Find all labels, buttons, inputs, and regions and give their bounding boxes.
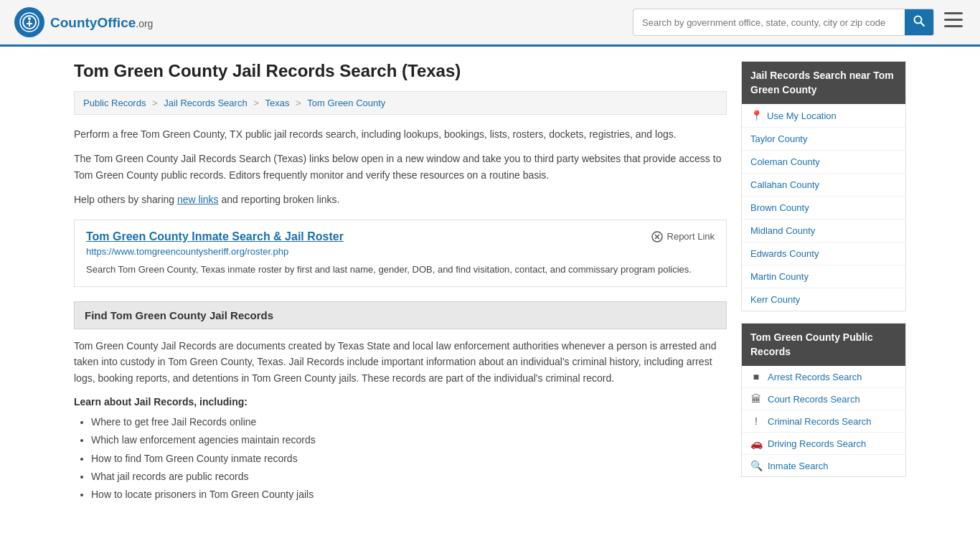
pr-icon: 🚗 <box>750 438 762 449</box>
nearby-counties-list: Taylor CountyColeman CountyCallahan Coun… <box>742 128 905 311</box>
nearby-county-link[interactable]: Callahan County <box>750 179 819 190</box>
breadcrumb-sep-1: > <box>152 98 160 108</box>
nearby-county-link[interactable]: Brown County <box>750 202 809 213</box>
public-record-item[interactable]: 🏛Court Records Search <box>742 388 905 410</box>
public-record-item[interactable]: 🚗Driving Records Search <box>742 433 905 455</box>
sidebar: Jail Records Search near Tom Green Count… <box>741 61 906 504</box>
learn-list: Where to get free Jail Records onlineWhi… <box>74 413 727 504</box>
nearby-county-link[interactable]: Midland County <box>750 225 815 236</box>
public-record-link[interactable]: Criminal Records Search <box>768 416 872 427</box>
find-records-paragraph: Tom Green County Jail Records are docume… <box>74 338 727 386</box>
find-records-header: Find Tom Green County Jail Records <box>74 301 727 329</box>
breadcrumb-texas[interactable]: Texas <box>265 98 289 108</box>
public-record-item[interactable]: ■Arrest Records Search <box>742 366 905 388</box>
nearby-section: Jail Records Search near Tom Green Count… <box>741 61 906 311</box>
header: CountyOffice.org <box>0 0 980 47</box>
search-button[interactable] <box>905 9 933 35</box>
nearby-county-link[interactable]: Kerr County <box>750 294 800 305</box>
nearby-county-item[interactable]: Callahan County <box>742 174 905 197</box>
logo-icon <box>14 7 44 37</box>
nearby-county-item[interactable]: Edwards County <box>742 242 905 265</box>
nearby-county-link[interactable]: Edwards County <box>750 248 819 259</box>
use-location-link[interactable]: Use My Location <box>767 110 837 121</box>
logo-text: CountyOffice.org <box>50 14 153 31</box>
report-link[interactable]: Report Link <box>651 230 715 243</box>
learn-heading: Learn about Jail Records, including: <box>74 396 727 408</box>
new-links-link[interactable]: new links <box>177 194 219 205</box>
content-area: Tom Green County Jail Records Search (Te… <box>74 61 727 504</box>
pr-icon: 🔍 <box>750 460 762 471</box>
nearby-county-link[interactable]: Taylor County <box>750 133 807 144</box>
public-record-item[interactable]: 🔍Inmate Search <box>742 455 905 476</box>
breadcrumb-jail-records[interactable]: Jail Records Search <box>164 98 247 108</box>
pr-icon: ■ <box>750 371 762 382</box>
breadcrumb-sep-2: > <box>253 98 261 108</box>
result-url[interactable]: https://www.tomgreencountysheriff.org/ro… <box>86 246 715 257</box>
public-records-header: Tom Green County Public Records <box>742 324 905 366</box>
location-icon: 📍 <box>750 110 763 121</box>
learn-list-item: Where to get free Jail Records online <box>91 413 727 431</box>
nearby-county-link[interactable]: Martin County <box>750 271 809 282</box>
result-card: Tom Green County Inmate Search & Jail Ro… <box>74 220 727 288</box>
svg-rect-7 <box>944 12 963 14</box>
public-records-section: Tom Green County Public Records ■Arrest … <box>741 323 906 477</box>
pr-icon: ! <box>750 415 762 427</box>
search-bar <box>633 9 934 36</box>
svg-rect-9 <box>944 25 963 27</box>
learn-list-item: What jail records are public records <box>91 468 727 486</box>
public-record-link[interactable]: Driving Records Search <box>768 438 866 449</box>
learn-list-item: How to find Tom Green County inmate reco… <box>91 450 727 468</box>
public-records-list: ■Arrest Records Search🏛Court Records Sea… <box>742 366 905 476</box>
description-3: Help others by sharing new links and rep… <box>74 192 727 207</box>
report-link-label: Report Link <box>667 231 715 242</box>
result-card-header: Tom Green County Inmate Search & Jail Ro… <box>86 230 715 243</box>
breadcrumb-public-records[interactable]: Public Records <box>83 98 146 108</box>
nearby-county-link[interactable]: Coleman County <box>750 156 820 167</box>
public-record-item[interactable]: !Criminal Records Search <box>742 410 905 433</box>
logo-area: CountyOffice.org <box>14 7 153 37</box>
svg-rect-8 <box>944 19 963 21</box>
nearby-county-item[interactable]: Coleman County <box>742 151 905 174</box>
public-record-link[interactable]: Inmate Search <box>768 461 829 471</box>
svg-point-2 <box>28 17 31 20</box>
breadcrumb: Public Records > Jail Records Search > T… <box>74 91 727 115</box>
public-record-link[interactable]: Arrest Records Search <box>768 372 862 382</box>
main-container: Tom Green County Jail Records Search (Te… <box>60 47 920 518</box>
nearby-header: Jail Records Search near Tom Green Count… <box>742 62 905 104</box>
breadcrumb-tom-green[interactable]: Tom Green County <box>307 98 385 108</box>
nearby-county-item[interactable]: Martin County <box>742 265 905 288</box>
svg-line-6 <box>921 23 925 27</box>
nearby-county-item[interactable]: Brown County <box>742 197 905 220</box>
menu-button[interactable] <box>941 9 966 35</box>
breadcrumb-sep-3: > <box>296 98 303 108</box>
result-desc: Search Tom Green County, Texas inmate ro… <box>86 263 715 277</box>
nearby-county-item[interactable]: Kerr County <box>742 288 905 311</box>
header-right <box>633 9 966 36</box>
public-record-link[interactable]: Court Records Search <box>768 394 860 405</box>
page-title: Tom Green County Jail Records Search (Te… <box>74 61 727 81</box>
use-location-item[interactable]: 📍 Use My Location <box>742 104 905 128</box>
learn-list-item: How to locate prisoners in Tom Green Cou… <box>91 486 727 504</box>
learn-list-item: Which law enforcement agencies maintain … <box>91 431 727 449</box>
description-1: Perform a free Tom Green County, TX publ… <box>74 126 727 142</box>
pr-icon: 🏛 <box>750 393 762 405</box>
nearby-county-item[interactable]: Taylor County <box>742 128 905 151</box>
nearby-county-item[interactable]: Midland County <box>742 220 905 242</box>
result-title[interactable]: Tom Green County Inmate Search & Jail Ro… <box>86 230 344 243</box>
description-2: The Tom Green County Jail Records Search… <box>74 151 727 183</box>
search-input[interactable] <box>633 11 905 34</box>
